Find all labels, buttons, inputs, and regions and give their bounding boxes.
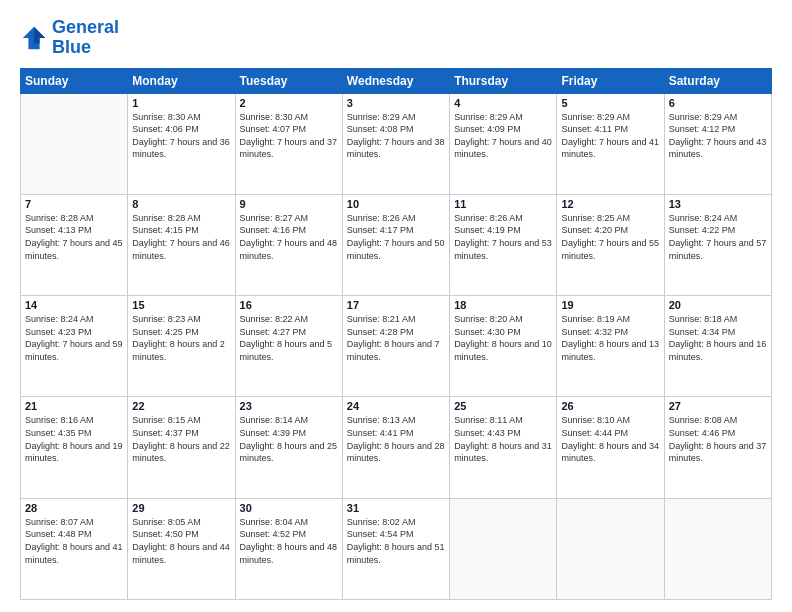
day-number: 9 xyxy=(240,198,338,210)
day-number: 10 xyxy=(347,198,445,210)
day-number: 4 xyxy=(454,97,552,109)
day-info: Sunrise: 8:29 AMSunset: 4:11 PMDaylight:… xyxy=(561,111,659,161)
day-info: Sunrise: 8:29 AMSunset: 4:08 PMDaylight:… xyxy=(347,111,445,161)
day-info: Sunrise: 8:30 AMSunset: 4:06 PMDaylight:… xyxy=(132,111,230,161)
calendar-cell: 5Sunrise: 8:29 AMSunset: 4:11 PMDaylight… xyxy=(557,93,664,194)
day-number: 31 xyxy=(347,502,445,514)
day-info: Sunrise: 8:24 AMSunset: 4:23 PMDaylight:… xyxy=(25,313,123,363)
day-info: Sunrise: 8:21 AMSunset: 4:28 PMDaylight:… xyxy=(347,313,445,363)
calendar-cell xyxy=(664,498,771,599)
day-info: Sunrise: 8:10 AMSunset: 4:44 PMDaylight:… xyxy=(561,414,659,464)
day-info: Sunrise: 8:26 AMSunset: 4:19 PMDaylight:… xyxy=(454,212,552,262)
day-info: Sunrise: 8:27 AMSunset: 4:16 PMDaylight:… xyxy=(240,212,338,262)
day-number: 12 xyxy=(561,198,659,210)
calendar-cell: 18Sunrise: 8:20 AMSunset: 4:30 PMDayligh… xyxy=(450,296,557,397)
weekday-header-row: SundayMondayTuesdayWednesdayThursdayFrid… xyxy=(21,68,772,93)
calendar-cell: 26Sunrise: 8:10 AMSunset: 4:44 PMDayligh… xyxy=(557,397,664,498)
header: General Blue xyxy=(20,18,772,58)
day-number: 26 xyxy=(561,400,659,412)
weekday-header-tuesday: Tuesday xyxy=(235,68,342,93)
day-info: Sunrise: 8:13 AMSunset: 4:41 PMDaylight:… xyxy=(347,414,445,464)
day-info: Sunrise: 8:14 AMSunset: 4:39 PMDaylight:… xyxy=(240,414,338,464)
day-number: 20 xyxy=(669,299,767,311)
calendar-cell: 4Sunrise: 8:29 AMSunset: 4:09 PMDaylight… xyxy=(450,93,557,194)
day-number: 19 xyxy=(561,299,659,311)
day-info: Sunrise: 8:08 AMSunset: 4:46 PMDaylight:… xyxy=(669,414,767,464)
calendar-cell: 8Sunrise: 8:28 AMSunset: 4:15 PMDaylight… xyxy=(128,194,235,295)
day-info: Sunrise: 8:24 AMSunset: 4:22 PMDaylight:… xyxy=(669,212,767,262)
day-number: 28 xyxy=(25,502,123,514)
day-info: Sunrise: 8:28 AMSunset: 4:13 PMDaylight:… xyxy=(25,212,123,262)
weekday-header-saturday: Saturday xyxy=(664,68,771,93)
day-info: Sunrise: 8:02 AMSunset: 4:54 PMDaylight:… xyxy=(347,516,445,566)
day-number: 1 xyxy=(132,97,230,109)
day-info: Sunrise: 8:18 AMSunset: 4:34 PMDaylight:… xyxy=(669,313,767,363)
day-number: 16 xyxy=(240,299,338,311)
calendar-cell xyxy=(557,498,664,599)
calendar-cell: 1Sunrise: 8:30 AMSunset: 4:06 PMDaylight… xyxy=(128,93,235,194)
week-row-2: 7Sunrise: 8:28 AMSunset: 4:13 PMDaylight… xyxy=(21,194,772,295)
calendar-cell: 14Sunrise: 8:24 AMSunset: 4:23 PMDayligh… xyxy=(21,296,128,397)
day-number: 18 xyxy=(454,299,552,311)
day-info: Sunrise: 8:04 AMSunset: 4:52 PMDaylight:… xyxy=(240,516,338,566)
calendar-cell: 10Sunrise: 8:26 AMSunset: 4:17 PMDayligh… xyxy=(342,194,449,295)
calendar-cell: 15Sunrise: 8:23 AMSunset: 4:25 PMDayligh… xyxy=(128,296,235,397)
day-number: 17 xyxy=(347,299,445,311)
day-number: 27 xyxy=(669,400,767,412)
calendar-cell: 17Sunrise: 8:21 AMSunset: 4:28 PMDayligh… xyxy=(342,296,449,397)
calendar-cell: 21Sunrise: 8:16 AMSunset: 4:35 PMDayligh… xyxy=(21,397,128,498)
calendar-cell: 2Sunrise: 8:30 AMSunset: 4:07 PMDaylight… xyxy=(235,93,342,194)
day-info: Sunrise: 8:16 AMSunset: 4:35 PMDaylight:… xyxy=(25,414,123,464)
day-number: 13 xyxy=(669,198,767,210)
day-number: 2 xyxy=(240,97,338,109)
weekday-header-thursday: Thursday xyxy=(450,68,557,93)
day-info: Sunrise: 8:05 AMSunset: 4:50 PMDaylight:… xyxy=(132,516,230,566)
calendar-cell: 23Sunrise: 8:14 AMSunset: 4:39 PMDayligh… xyxy=(235,397,342,498)
calendar-cell: 30Sunrise: 8:04 AMSunset: 4:52 PMDayligh… xyxy=(235,498,342,599)
calendar-cell: 31Sunrise: 8:02 AMSunset: 4:54 PMDayligh… xyxy=(342,498,449,599)
day-number: 8 xyxy=(132,198,230,210)
day-info: Sunrise: 8:29 AMSunset: 4:09 PMDaylight:… xyxy=(454,111,552,161)
day-number: 24 xyxy=(347,400,445,412)
day-info: Sunrise: 8:23 AMSunset: 4:25 PMDaylight:… xyxy=(132,313,230,363)
calendar-cell: 7Sunrise: 8:28 AMSunset: 4:13 PMDaylight… xyxy=(21,194,128,295)
day-number: 15 xyxy=(132,299,230,311)
page: General Blue SundayMondayTuesdayWednesda… xyxy=(0,0,792,612)
day-number: 22 xyxy=(132,400,230,412)
calendar-cell: 24Sunrise: 8:13 AMSunset: 4:41 PMDayligh… xyxy=(342,397,449,498)
week-row-3: 14Sunrise: 8:24 AMSunset: 4:23 PMDayligh… xyxy=(21,296,772,397)
weekday-header-wednesday: Wednesday xyxy=(342,68,449,93)
calendar-cell: 25Sunrise: 8:11 AMSunset: 4:43 PMDayligh… xyxy=(450,397,557,498)
calendar-cell: 16Sunrise: 8:22 AMSunset: 4:27 PMDayligh… xyxy=(235,296,342,397)
day-info: Sunrise: 8:29 AMSunset: 4:12 PMDaylight:… xyxy=(669,111,767,161)
day-info: Sunrise: 8:07 AMSunset: 4:48 PMDaylight:… xyxy=(25,516,123,566)
logo-text: General Blue xyxy=(52,18,119,58)
day-info: Sunrise: 8:25 AMSunset: 4:20 PMDaylight:… xyxy=(561,212,659,262)
calendar-cell: 20Sunrise: 8:18 AMSunset: 4:34 PMDayligh… xyxy=(664,296,771,397)
calendar-cell: 9Sunrise: 8:27 AMSunset: 4:16 PMDaylight… xyxy=(235,194,342,295)
calendar-cell: 22Sunrise: 8:15 AMSunset: 4:37 PMDayligh… xyxy=(128,397,235,498)
calendar-cell: 3Sunrise: 8:29 AMSunset: 4:08 PMDaylight… xyxy=(342,93,449,194)
day-info: Sunrise: 8:22 AMSunset: 4:27 PMDaylight:… xyxy=(240,313,338,363)
day-number: 7 xyxy=(25,198,123,210)
day-info: Sunrise: 8:11 AMSunset: 4:43 PMDaylight:… xyxy=(454,414,552,464)
calendar-table: SundayMondayTuesdayWednesdayThursdayFrid… xyxy=(20,68,772,600)
day-number: 23 xyxy=(240,400,338,412)
day-info: Sunrise: 8:28 AMSunset: 4:15 PMDaylight:… xyxy=(132,212,230,262)
calendar-cell xyxy=(450,498,557,599)
weekday-header-monday: Monday xyxy=(128,68,235,93)
day-number: 6 xyxy=(669,97,767,109)
logo-icon xyxy=(20,24,48,52)
day-info: Sunrise: 8:15 AMSunset: 4:37 PMDaylight:… xyxy=(132,414,230,464)
logo: General Blue xyxy=(20,18,119,58)
calendar-cell xyxy=(21,93,128,194)
day-number: 14 xyxy=(25,299,123,311)
day-number: 11 xyxy=(454,198,552,210)
day-number: 3 xyxy=(347,97,445,109)
day-number: 5 xyxy=(561,97,659,109)
weekday-header-friday: Friday xyxy=(557,68,664,93)
calendar-cell: 29Sunrise: 8:05 AMSunset: 4:50 PMDayligh… xyxy=(128,498,235,599)
calendar-cell: 13Sunrise: 8:24 AMSunset: 4:22 PMDayligh… xyxy=(664,194,771,295)
day-info: Sunrise: 8:30 AMSunset: 4:07 PMDaylight:… xyxy=(240,111,338,161)
svg-marker-1 xyxy=(34,27,45,44)
